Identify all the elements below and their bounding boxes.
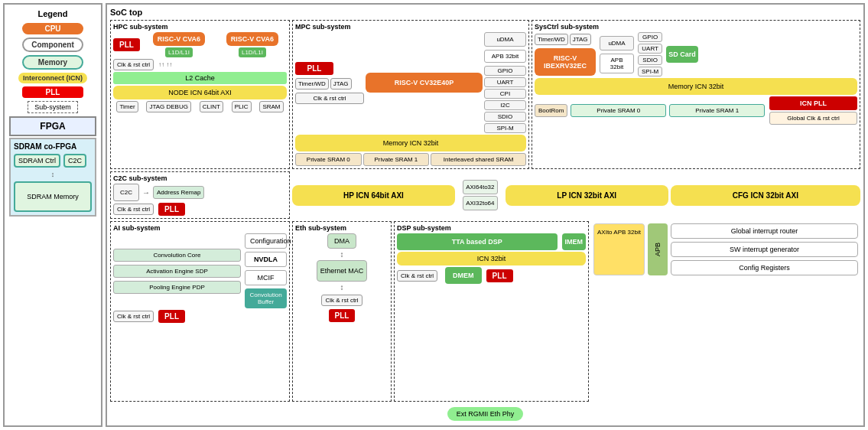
c2c-box: C2C (63, 154, 86, 168)
hpc-clk-ctrl: Clk & rst ctrl (113, 59, 154, 70)
sysctrl-spim: SPI-M (638, 67, 662, 77)
mpc-subsystem: MPC sub-system PLL Timer/WD JTAG Clk & r… (292, 20, 529, 169)
sysctrl-bottom-row: BootRom Private SRAM 0 Private SRAM 1 IC… (535, 96, 857, 125)
ai-right-col: Configuration NVDLA MCIF Convolution Buf… (245, 233, 287, 308)
hp-icn-container: HP ICN 64bit AXI (292, 171, 455, 219)
mpc-apb: APB 32bit (484, 50, 526, 63)
ai-bottom: Clk & rst ctrl PLL (113, 310, 287, 323)
ai-nvdla: NVDLA (245, 252, 287, 267)
eth-pll: PLL (329, 309, 356, 322)
row2: C2C sub-system C2C → Address Remap Clk &… (110, 171, 860, 219)
ai-config: Configuration (245, 233, 287, 249)
ai-title: AI sub-system (113, 224, 287, 232)
mpc-sdio: SDIO (484, 112, 526, 122)
ai-pool-engine: Pooling Engine PDP (113, 281, 241, 294)
ext-rgmii-row: Ext RGMII Eth Phy (110, 404, 860, 422)
soc-title: SoC top (110, 8, 860, 17)
hpc-l1d2: L1D/L1I (239, 47, 266, 57)
mpc-pll: PLL (295, 62, 333, 75)
mpc-jtag: JTAG (330, 78, 352, 90)
sysctrl-left: Timer/WD JTAG RISC-V IBEXRV32EC (535, 34, 596, 76)
sysctrl-global-clk: Global Clk & rst ctrl (769, 112, 857, 125)
hpc-pll: PLL (113, 38, 140, 51)
soc-grid: HPC sub-system PLL RISC-V CVA6 L1D/L1I R… (110, 20, 860, 422)
mpc-left: PLL Timer/WD JTAG Clk & rst ctrl (295, 62, 364, 104)
dsp-pll: PLL (486, 269, 513, 282)
hpc-risc2: RISC-V CVA6 (226, 32, 278, 46)
soc-area: SoC top HPC sub-system PLL RISC-V CVA6 (106, 3, 865, 427)
hpc-clint: CLINT (200, 101, 223, 112)
sysctrl-risc: RISC-V IBEXRV32EC (535, 48, 596, 76)
sysctrl-udma: uDMA (600, 36, 634, 50)
hpc-timer: Timer (116, 101, 138, 112)
fpga-box: FPGA (9, 116, 96, 136)
legend-title: Legend (9, 9, 96, 18)
subsystem-label: Sub-system (28, 101, 78, 113)
c2c-c2c: C2C (113, 184, 139, 201)
dsp-icn32: ICN 32bit (397, 252, 586, 265)
config-registers: Config Registers (671, 260, 858, 275)
sysctrl-right: GPIO UART SDIO SPI-M (638, 32, 662, 77)
hpc-node-icn: NODE ICN 64bit AXI (113, 86, 287, 99)
dsp-dmem: DMEM (445, 267, 482, 284)
mpc-udma: uDMA (484, 32, 526, 47)
sdram-row: SDRAM Ctrl C2C (14, 154, 92, 168)
sysctrl-jtag: JTAG (570, 34, 591, 45)
row1: HPC sub-system PLL RISC-V CVA6 L1D/L1I R… (110, 20, 860, 169)
sysctrl-apb: APB 32bit (600, 54, 634, 73)
hpc-sram: SRAM (259, 101, 283, 112)
mpc-srams: Private SRAM 0 Private SRAM 1 Interleave… (295, 153, 526, 166)
dsp-bottom: Clk & rst ctrl DMEM PLL (397, 267, 586, 284)
mpc-risc: RISC-V CV32E40P (366, 73, 483, 93)
sdram-ctrl: SDRAM Ctrl (14, 154, 60, 168)
mpc-uart: UART (484, 77, 526, 87)
hpc-l1d1: L1D/L1I (165, 47, 193, 57)
legend-panel: Legend CPU Component Memory Interconnect… (3, 3, 102, 427)
sysctrl-title: SysCtrl sub-system (535, 23, 857, 31)
sysctrl-sram0: Private SRAM 0 (571, 104, 666, 117)
ai-clk-ctrl: Clk & rst ctrl (113, 311, 154, 322)
mpc-i2c: I2C (484, 100, 526, 110)
sysctrl-timer: Timer/WD (535, 34, 568, 45)
c2c-subsystem: C2C sub-system C2C → Address Remap Clk &… (110, 171, 290, 219)
c2c-pll: PLL (158, 203, 185, 216)
legend-interconnect: Interconnect (ICN) (9, 73, 96, 83)
dsp-top: TTA based DSP IMEM (397, 233, 586, 250)
sdram-title: SDRAM co-FPGA (14, 142, 92, 151)
row3: AI sub-system Convolution Core Activatio… (110, 221, 860, 402)
ai-mcif: MCIF (245, 270, 287, 285)
hpc-risc1: RISC-V CVA6 (153, 32, 205, 46)
legend-memory: Memory (9, 55, 96, 70)
ai-pll: PLL (158, 310, 185, 323)
mpc-title: MPC sub-system (295, 23, 526, 31)
legend-pll: PLL (9, 86, 96, 98)
dsp-imem: IMEM (562, 233, 587, 250)
right-bottom: AXIto APB 32bit APB Global interrupt rou… (591, 221, 860, 402)
sysctrl-mid: uDMA APB 32bit (600, 36, 634, 73)
legend-component: Component (9, 37, 96, 52)
hpc-subsystem: HPC sub-system PLL RISC-V CVA6 L1D/L1I R… (110, 20, 290, 169)
sysctrl-gpio-etc: GPIO UART SDIO SPI-M (638, 32, 662, 77)
mpc-sram0: Private SRAM 0 (295, 153, 362, 166)
sysctrl-icn-pll: ICN PLL (769, 96, 857, 110)
pll-label: PLL (22, 86, 83, 98)
mpc-top: PLL Timer/WD JTAG Clk & rst ctrl RISC-V … (295, 32, 526, 133)
c2c-addr-remap: Address Remap (153, 186, 204, 199)
lp-icn-container: LP ICN 32bit AXI (506, 171, 668, 219)
eth-clk-ctrl: Clk & rst ctrl (321, 295, 362, 306)
legend-cpu: CPU (9, 23, 96, 34)
cfg-icn: CFG ICN 32bit AXI (671, 185, 860, 206)
mpc-interleaved: Interleaved shared SRAM (431, 153, 526, 166)
hpc-clk-row: Clk & rst ctrl ↑↑ ↑↑ (113, 59, 287, 70)
ai-act-engine: Activation Engine SDP (113, 265, 241, 278)
eth-title: Eth sub-system (295, 224, 388, 232)
cfg-icn-container: CFG ICN 32bit AXI (671, 171, 860, 219)
interrupt-col: Global interrupt router SW interrupt gen… (671, 223, 858, 275)
axi-to-apb: AXIto APB 32bit (593, 223, 645, 275)
sysctrl-gpio: GPIO (638, 32, 662, 42)
cpu-label: CPU (22, 23, 83, 34)
ai-top: Convolution Core Activation Engine SDP P… (113, 233, 287, 308)
dsp-tta: TTA based DSP (397, 233, 558, 250)
interconnect-label: Interconnect (ICN) (18, 73, 87, 83)
sysctrl-sdio: SDIO (638, 55, 662, 65)
